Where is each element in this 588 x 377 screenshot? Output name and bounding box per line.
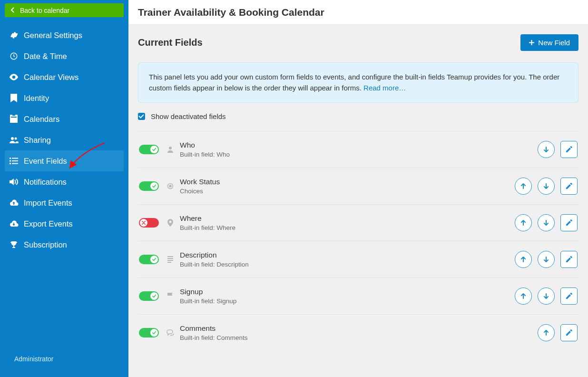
field-enable-toggle[interactable]	[139, 218, 159, 228]
field-subtitle: Built-in field: Where	[180, 224, 515, 231]
field-enable-toggle[interactable]	[139, 291, 159, 301]
svg-rect-8	[12, 160, 18, 161]
edit-button[interactable]	[560, 178, 578, 195]
move-down-button[interactable]	[538, 178, 555, 195]
new-field-button[interactable]: New Field	[520, 34, 578, 51]
field-subtitle: Built-in field: Who	[180, 151, 538, 158]
radio-icon	[167, 183, 174, 189]
move-up-button[interactable]	[538, 324, 555, 341]
field-enable-toggle[interactable]	[139, 255, 159, 264]
field-row: CommentsBuilt-in field: Comments	[138, 314, 578, 351]
field-name: Signup	[180, 288, 515, 296]
sidebar-item-general-settings[interactable]: General Settings	[0, 25, 128, 46]
sidebar-item-label: Export Events	[24, 219, 73, 228]
move-up-button[interactable]	[515, 288, 532, 305]
svg-rect-14	[167, 258, 173, 259]
sidebar-item-identity[interactable]: Identity	[0, 88, 128, 109]
sidebar-item-sharing[interactable]: Sharing	[0, 129, 128, 150]
field-name: Comments	[180, 324, 538, 333]
toggle-knob	[140, 219, 147, 227]
svg-rect-16	[167, 262, 171, 263]
move-down-button[interactable]	[538, 141, 555, 158]
field-name: Description	[180, 251, 515, 259]
field-name: Work Status	[180, 178, 515, 186]
sound-icon	[9, 178, 19, 186]
field-enable-toggle[interactable]	[139, 181, 159, 191]
sidebar: Back to calendar General SettingsDate & …	[0, 0, 128, 377]
sidebar-item-calendar-views[interactable]: Calendar Views	[0, 67, 128, 88]
field-subtitle: Built-in field: Comments	[180, 334, 538, 341]
toggle-knob	[150, 329, 158, 337]
field-row: SignupBuilt-in field: Signup	[138, 278, 578, 314]
svg-point-10	[169, 147, 172, 149]
svg-rect-9	[12, 163, 18, 164]
plus-icon	[529, 39, 534, 47]
edit-button[interactable]	[560, 324, 578, 341]
sidebar-item-label: Calendars	[24, 115, 59, 124]
field-enable-toggle[interactable]	[139, 328, 159, 337]
sidebar-item-import-events[interactable]: Import Events	[0, 192, 128, 213]
sidebar-item-event-fields[interactable]: Event Fields	[5, 150, 124, 171]
pin-icon	[167, 219, 174, 227]
move-up-button[interactable]	[515, 214, 532, 231]
eye-icon	[9, 74, 19, 80]
back-to-calendar-button[interactable]: Back to calendar	[5, 3, 124, 17]
sidebar-item-notifications[interactable]: Notifications	[0, 171, 128, 192]
clock-icon	[9, 52, 19, 60]
calendar-icon	[9, 115, 19, 123]
move-down-button[interactable]	[538, 214, 555, 231]
svg-rect-7	[12, 158, 18, 159]
sidebar-item-export-events[interactable]: Export Events	[0, 213, 128, 234]
sidebar-item-label: Event Fields	[24, 157, 67, 166]
field-enable-toggle[interactable]	[139, 145, 159, 154]
move-down-button[interactable]	[538, 288, 555, 305]
sidebar-item-label: Sharing	[24, 136, 51, 145]
field-subtitle: Built-in field: Signup	[180, 298, 515, 305]
sidebar-item-label: Import Events	[24, 198, 72, 208]
sidebar-item-subscription[interactable]: Subscription	[0, 234, 128, 255]
move-up-button[interactable]	[515, 178, 532, 195]
svg-rect-1	[10, 118, 17, 122]
sidebar-item-label: Date & Time	[24, 52, 67, 61]
svg-point-2	[11, 137, 14, 140]
page-title: Trainer Availability & Booking Calendar	[138, 7, 324, 18]
svg-rect-13	[167, 256, 173, 257]
show-deactivated-checkbox[interactable]: Show deactivated fields	[138, 112, 578, 120]
back-label: Back to calendar	[20, 7, 69, 14]
row-actions	[538, 324, 578, 341]
toggle-knob	[150, 146, 158, 153]
info-text: This panel lets you add your own custom …	[149, 73, 559, 92]
sidebar-item-date-time[interactable]: Date & Time	[0, 46, 128, 67]
gear-icon	[9, 31, 19, 40]
edit-button[interactable]	[560, 141, 578, 158]
sidebar-item-label: Notifications	[24, 178, 67, 187]
row-actions	[538, 141, 578, 158]
sidebar-item-calendars[interactable]: Calendars	[0, 109, 128, 129]
read-more-link[interactable]: Read more…	[363, 84, 406, 92]
svg-rect-15	[167, 260, 173, 261]
sidebar-item-label: Identity	[24, 94, 49, 103]
list-icon	[9, 158, 19, 164]
row-actions	[515, 214, 578, 231]
row-actions	[515, 178, 578, 195]
edit-button[interactable]	[560, 288, 578, 305]
toggle-knob	[150, 256, 158, 263]
sidebar-nav: General SettingsDate & TimeCalendar View…	[0, 20, 128, 255]
field-name: Where	[180, 214, 515, 223]
lines-icon	[167, 256, 174, 263]
cloud-up-icon	[9, 199, 19, 207]
field-row: WhoBuilt-in field: Who	[138, 131, 578, 168]
move-up-button[interactable]	[515, 251, 532, 268]
field-row: Work StatusChoices	[138, 168, 578, 204]
edit-button[interactable]	[560, 214, 578, 231]
new-field-label: New Field	[538, 39, 570, 47]
checkbox-checked-icon	[138, 113, 145, 120]
chat-icon	[167, 329, 174, 336]
content: Current Fields New Field This panel lets…	[128, 25, 588, 377]
main: Trainer Availability & Booking Calendar …	[128, 0, 588, 377]
field-subtitle: Choices	[180, 188, 515, 195]
move-down-button[interactable]	[538, 251, 555, 268]
row-actions	[515, 251, 578, 268]
edit-button[interactable]	[560, 251, 578, 268]
svg-rect-4	[10, 158, 11, 159]
